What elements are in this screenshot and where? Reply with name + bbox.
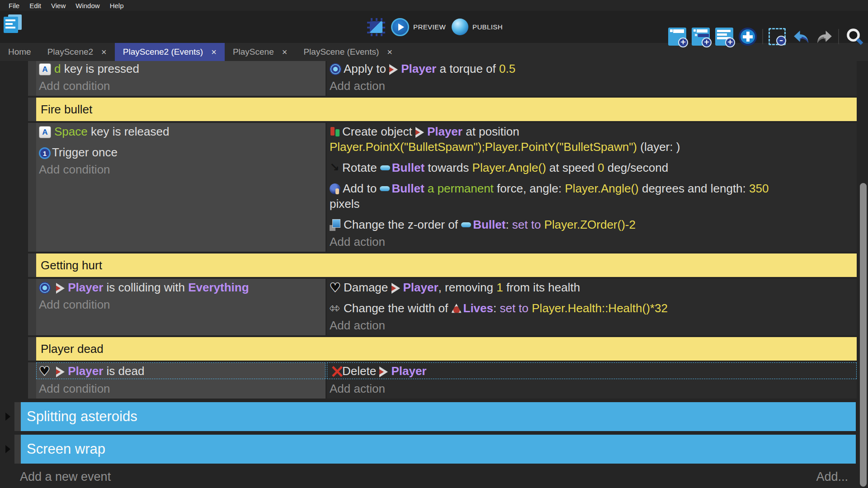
publish-button[interactable]: PUBLISH — [452, 19, 503, 35]
condition-item[interactable]: d key is pressed — [39, 61, 322, 76]
action-item[interactable]: Change the z-order of Bullet: set to Pla… — [330, 217, 853, 232]
tab-playscene2[interactable]: PlayScene2× — [39, 43, 115, 61]
action-item[interactable]: Delete Player — [330, 363, 853, 379]
event-group-row: Splitting asteroids — [5, 402, 856, 431]
menu-window[interactable]: Window — [71, 2, 104, 9]
text-segment: set to — [500, 301, 532, 315]
text-segment: Delete — [342, 364, 379, 378]
actions-cell: Delete PlayerAdd action — [327, 362, 857, 399]
add-action-button[interactable]: Add action — [327, 381, 857, 396]
drag-handle[interactable] — [28, 61, 36, 96]
tab-playscene-events[interactable]: PlayScene (Events)× — [295, 43, 401, 61]
search-icon[interactable] — [844, 28, 863, 46]
text-segment: Player.Angle() — [472, 161, 546, 174]
close-tab-icon[interactable]: × — [387, 47, 392, 56]
add-action-button[interactable]: Add action — [327, 234, 857, 249]
add-action-button[interactable]: Add action — [327, 78, 857, 94]
action-items: Delete Player — [327, 362, 857, 379]
add-condition-button[interactable]: Add condition — [36, 162, 326, 177]
menu-view[interactable]: View — [46, 2, 71, 9]
drag-handle[interactable] — [28, 98, 36, 121]
add-new-event-button[interactable]: Add a new event — [20, 470, 111, 484]
drag-handle[interactable] — [28, 279, 36, 335]
add-subevent-icon[interactable] — [692, 28, 710, 46]
redo-icon[interactable] — [815, 28, 833, 46]
action-item[interactable]: Add to Bullet a permanent force, angle: … — [330, 181, 853, 211]
publish-sphere-icon — [452, 19, 468, 35]
action-item[interactable]: Damage Player, removing 1 from its healt… — [330, 280, 853, 295]
add-event-icon[interactable] — [668, 28, 686, 46]
actions-cell: Apply to Player a torque of 0.5Add actio… — [327, 61, 857, 96]
add-more-button[interactable]: Add... — [816, 470, 848, 484]
event-group-splitting-asteroids[interactable]: Splitting asteroids — [21, 402, 856, 431]
add-condition-button[interactable]: Add condition — [36, 297, 326, 312]
action-items: Damage Player, removing 1 from its healt… — [327, 279, 857, 316]
action-item[interactable]: Apply to Player a torque of 0.5 — [330, 61, 853, 76]
add-condition-button[interactable]: Add condition — [36, 78, 326, 94]
physics-engine-icon — [330, 63, 341, 75]
tab-home[interactable]: Home — [0, 43, 39, 61]
event-group-fire-bullet[interactable]: Fire bullet — [36, 98, 857, 121]
deselect-all-icon[interactable] — [769, 28, 786, 45]
menu-edit[interactable]: Edit — [24, 2, 46, 9]
debug-icon[interactable] — [367, 18, 385, 36]
drag-handle[interactable] — [28, 337, 36, 361]
preview-button[interactable]: PREVIEW — [391, 18, 446, 36]
event-group-getting-hurt[interactable]: Getting hurt — [36, 253, 857, 277]
menu-file[interactable]: File — [4, 2, 24, 9]
text-segment: Apply to — [344, 62, 389, 75]
drag-handle[interactable] — [14, 402, 21, 431]
expand-group-arrow-icon[interactable] — [5, 445, 10, 453]
action-item[interactable]: Create object Player at position Player.… — [330, 124, 853, 155]
close-tab-icon[interactable]: × — [211, 47, 217, 56]
drag-handle[interactable] — [28, 362, 36, 399]
event-group-row: Getting hurt — [28, 253, 857, 277]
action-item[interactable]: Change the width of Lives: set to Player… — [330, 300, 853, 316]
text-segment: Change the z-order of — [344, 218, 461, 231]
undo-icon[interactable] — [791, 28, 809, 46]
event-group-screen-wrap[interactable]: Screen wrap — [21, 435, 856, 464]
text-segment: set to — [512, 218, 544, 231]
add-comment-icon[interactable] — [715, 28, 733, 46]
menu-help[interactable]: Help — [105, 2, 129, 9]
minus-badge-icon — [776, 36, 786, 46]
health-icon — [330, 282, 341, 294]
app-logo-icon[interactable] — [4, 14, 22, 33]
scrollbar-thumb[interactable] — [860, 183, 867, 487]
keyboard-icon — [39, 63, 51, 75]
close-tab-icon[interactable]: × — [101, 47, 107, 56]
plus-badge-icon — [678, 38, 688, 47]
text-segment: Player.Angle() — [565, 182, 638, 195]
condition-item[interactable]: Trigger once — [39, 145, 322, 160]
action-items: Create object Player at position Player.… — [327, 123, 857, 232]
text-segment: Player.Health::Health()*32 — [532, 301, 668, 315]
player-object-icon — [56, 366, 65, 377]
drag-handle[interactable] — [28, 253, 36, 277]
add-action-button[interactable]: Add action — [327, 318, 857, 333]
delete-object-icon — [330, 366, 340, 377]
text-segment: degrees and length: — [639, 182, 749, 195]
text-segment: is dead — [103, 364, 144, 378]
condition-item[interactable]: Player is dead — [39, 363, 322, 379]
text-segment: a permanent — [425, 182, 494, 195]
text-segment: Rotate — [342, 161, 380, 174]
add-condition-button[interactable]: Add condition — [36, 381, 326, 396]
tab-label: Home — [8, 47, 31, 57]
condition-item[interactable]: Space key is released — [39, 124, 322, 139]
conditions-cell: Player is colliding with EverythingAdd c… — [36, 279, 326, 335]
events-list: d key is pressedAdd conditionApply to Pl… — [0, 61, 868, 464]
close-tab-icon[interactable]: × — [282, 47, 288, 56]
condition-item[interactable]: Player is colliding with Everything — [39, 280, 322, 295]
drag-handle[interactable] — [28, 123, 36, 252]
drag-handle[interactable] — [14, 435, 21, 464]
action-item[interactable]: Rotate Bullet towards Player.Angle() at … — [330, 160, 853, 175]
event-row: Player is colliding with EverythingAdd c… — [28, 279, 857, 335]
player-object-icon — [56, 283, 65, 294]
text-segment: at speed — [546, 161, 598, 174]
choose-event-type-icon[interactable] — [739, 28, 757, 46]
event-group-player-dead[interactable]: Player dead — [36, 337, 857, 361]
lives-object-icon — [452, 304, 462, 314]
expand-group-arrow-icon[interactable] — [5, 413, 10, 421]
tab-playscene[interactable]: PlayScene× — [225, 43, 296, 61]
tab-playscene2-events[interactable]: PlayScene2 (Events)× — [115, 43, 225, 61]
